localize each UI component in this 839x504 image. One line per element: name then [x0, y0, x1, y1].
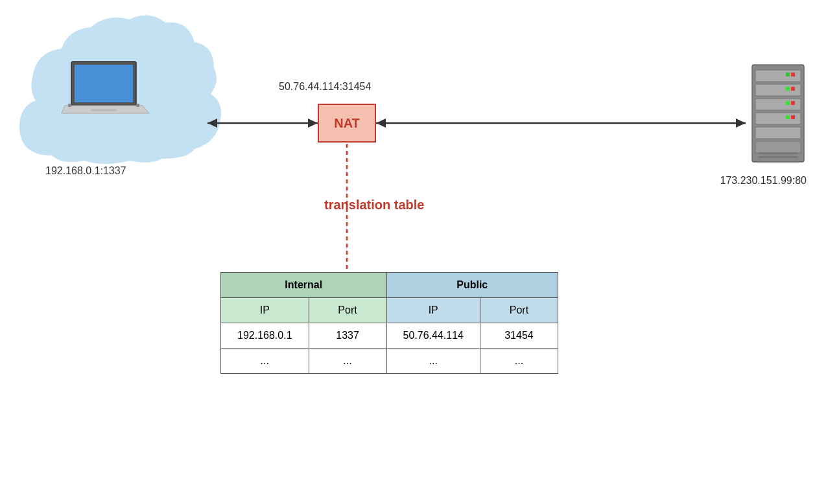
nat-ip-label: 50.76.44.114:31454 — [279, 81, 371, 93]
translation-table-label: translation table — [324, 198, 424, 212]
table-row: 192.168.0.1 1337 50.76.44.114 31454 — [221, 323, 558, 349]
svg-rect-15 — [791, 101, 795, 105]
cloud-shape — [19, 16, 221, 164]
arrow-to-nat-left — [308, 119, 318, 128]
internal-port-header: Port — [309, 298, 386, 323]
svg-rect-11 — [755, 84, 801, 96]
table-subheader-row: IP Port IP Port — [221, 298, 558, 323]
table-row: ... ... ... ... — [221, 349, 558, 374]
row1-public-port: 31454 — [480, 323, 558, 349]
diagram-svg — [0, 0, 839, 504]
nat-box: NAT — [318, 104, 376, 143]
svg-rect-17 — [755, 113, 801, 124]
arrow-to-nat-right — [376, 119, 386, 128]
row2-public-ip: ... — [386, 349, 480, 374]
table-header-row: Internal Public — [221, 273, 558, 298]
row2-public-port: ... — [480, 349, 558, 374]
server-icon — [752, 65, 804, 162]
svg-rect-22 — [759, 152, 798, 154]
svg-rect-14 — [755, 98, 801, 110]
nat-label: NAT — [334, 116, 360, 131]
svg-rect-7 — [752, 65, 804, 162]
svg-rect-19 — [786, 115, 790, 119]
public-port-header: Port — [480, 298, 558, 323]
svg-rect-0 — [71, 62, 136, 106]
diagram-container: NAT 50.76.44.114:31454 192.168.0.1:1337 … — [0, 0, 839, 504]
client-ip-label: 192.168.0.1:1337 — [45, 165, 126, 177]
svg-rect-4 — [136, 104, 139, 107]
svg-rect-9 — [791, 73, 795, 76]
svg-rect-8 — [755, 70, 801, 82]
row2-internal-port: ... — [309, 349, 386, 374]
svg-rect-16 — [786, 101, 790, 105]
row1-internal-ip: 192.168.0.1 — [221, 323, 309, 349]
internal-ip-header: IP — [221, 298, 309, 323]
svg-rect-23 — [759, 156, 798, 158]
svg-rect-21 — [755, 141, 801, 153]
public-ip-header: IP — [386, 298, 480, 323]
svg-rect-3 — [68, 104, 71, 107]
arrow-to-laptop — [207, 119, 217, 128]
row2-internal-ip: ... — [221, 349, 309, 374]
server-ip-label: 173.230.151.99:80 — [720, 175, 807, 187]
row1-public-ip: 50.76.44.114 — [386, 323, 480, 349]
arrow-to-server — [736, 119, 746, 128]
svg-rect-2 — [91, 109, 117, 111]
internal-header: Internal — [221, 273, 387, 298]
row1-internal-port: 1337 — [309, 323, 386, 349]
svg-rect-20 — [755, 127, 801, 139]
translation-table: Internal Public IP Port IP Port 192.168.… — [220, 272, 558, 374]
svg-rect-18 — [791, 115, 795, 119]
svg-rect-12 — [791, 87, 795, 91]
svg-rect-13 — [786, 87, 790, 91]
public-header: Public — [386, 273, 558, 298]
svg-rect-1 — [75, 65, 133, 102]
laptop-icon — [62, 62, 149, 113]
svg-rect-10 — [786, 73, 790, 76]
